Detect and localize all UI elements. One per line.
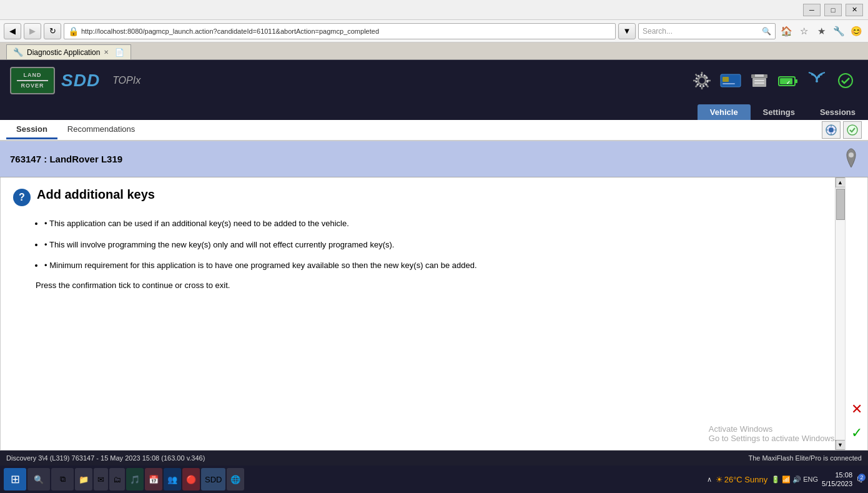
refresh-button[interactable]: ↻ [44,23,61,39]
printer-icon[interactable] [747,68,772,93]
content-title: Add additional keys [37,187,155,202]
user-icon[interactable]: 😊 [848,23,864,39]
content-bullets: This application can be used if an addit… [44,217,822,272]
nav-tab-vehicle[interactable]: Vehicle [698,104,751,120]
sub-nav: Session Recommendations [0,120,868,141]
sub-nav-tabs: Session Recommendations [6,121,145,139]
taskbar-browser[interactable]: 🌐 [227,468,244,491]
content-title-row: ? Add additional keys [13,187,822,206]
forward-button[interactable]: ▶ [24,23,41,39]
taskbar-sdd[interactable]: SDD [201,468,225,491]
taskbar-clock[interactable]: 15:08 5/15/2023 [822,471,852,489]
volume-indicator: 🔊 [792,476,801,484]
sub-nav-icon-2[interactable] [843,121,862,139]
status-bar-left: Discovery 3\4 (L319) 763147 - 15 May 202… [6,454,205,462]
taskbar-task-view-button[interactable]: ⧉ [51,468,74,491]
main-content-panel: ? Add additional keys This application c… [0,177,868,451]
home-icon[interactable]: 🏠 [778,23,794,39]
sub-nav-tab-session[interactable]: Session [6,121,57,139]
tools-icon[interactable]: 🔧 [831,23,847,39]
bullet-item-2: This will involve programming the new ke… [44,239,822,251]
minimize-button[interactable]: ─ [803,4,821,16]
network-indicator: 📶 [782,476,791,484]
browser-tab[interactable]: 🔧 Diagnostic Application ✕ 📄 [6,44,131,59]
battery-icon[interactable]: ✓ [776,68,801,93]
vehicle-header: 763147 : LandRover L319 [0,141,868,177]
notification-button[interactable]: 🗨 2 [856,475,864,484]
signal-icon[interactable] [804,68,829,93]
back-button[interactable]: ◀ [4,23,21,39]
svg-point-17 [829,127,834,132]
taskbar-indicators: 🔋 📶 🔊 ENG [771,476,818,484]
browser-titlebar: ─ □ ✕ [0,0,868,20]
press-confirmation-text: Press the confirmation tick to continue … [36,281,822,290]
header-right-icons: ✓ [689,68,858,93]
taskbar-folder[interactable]: 🗂 [109,468,125,491]
right-actions: ✕ ✓ [845,177,867,450]
sub-nav-icon-1[interactable] [822,121,841,139]
question-icon: ? [13,189,31,206]
svg-point-0 [698,77,706,84]
settings-gear-icon[interactable] [689,68,714,93]
svg-point-22 [847,125,857,135]
taskbar-mail[interactable]: ✉ [94,468,108,491]
sdd-logo: SDD [61,71,100,91]
start-button[interactable]: ⊞ [4,468,26,491]
sub-nav-tab-recommendations[interactable]: Recommendations [57,121,145,139]
app-nav: Vehicle Settings Sessions [0,101,868,120]
taskbar-system-tray: ∧ [707,476,712,484]
language-indicator: ENG [803,476,818,483]
bullet-item-1: This application can be used if an addit… [44,217,822,230]
svg-point-15 [839,74,852,87]
search-box[interactable]: Search... 🔍 [638,23,776,39]
scrollbar: ▲ ▼ [835,177,845,450]
svg-rect-3 [723,77,729,82]
dropdown-button[interactable]: ▼ [618,23,636,39]
taskbar-calendar[interactable]: 📅 [145,468,162,491]
activate-windows-overlay: Activate Windows Go to Settings to activ… [709,424,835,443]
svg-point-23 [849,152,854,157]
weather-widget: ☀ 26°C Sunny [716,475,768,484]
check-complete-icon[interactable] [833,68,858,93]
svg-rect-8 [754,82,764,84]
vehicle-header-text: 763147 : LandRover L319 [10,154,122,164]
bullet-item-3: Minimum requirement for this application… [44,259,822,272]
address-bar[interactable]: 🔒 http://localhost:8080/pagmcp_launch.ac… [64,23,616,39]
scrollbar-up-button[interactable]: ▲ [836,177,846,187]
taskbar-search-button[interactable]: 🔍 [27,468,50,491]
status-bar: Discovery 3\4 (L319) 763147 - 15 May 202… [0,451,868,466]
svg-rect-4 [723,83,735,84]
taskbar: ⊞ 🔍 ⧉ 📁 ✉ 🗂 🎵 📅 👥 🔴 SDD 🌐 ∧ ☀ 26°C Sunny… [0,466,868,493]
tray-chevron[interactable]: ∧ [707,476,712,484]
vehicle-header-icon [844,146,858,172]
browser-tabbar: 🔧 Diagnostic Application ✕ 📄 [0,42,868,60]
content-body: ? Add additional keys This application c… [1,177,835,450]
tab-close-icon[interactable]: ✕ [104,49,109,56]
browser-addressbar: ◀ ▶ ↻ 🔒 http://localhost:8080/pagmcp_lau… [0,20,868,42]
svg-rect-9 [755,74,764,77]
cancel-cross-button[interactable]: ✕ [847,400,866,419]
taskbar-teamviewer[interactable]: 👥 [164,468,181,491]
star-icon[interactable]: ☆ [796,23,812,39]
taskbar-spotify[interactable]: 🎵 [126,468,144,491]
taskbar-file-explorer[interactable]: 📁 [75,468,92,491]
taskbar-right: ∧ ☀ 26°C Sunny 🔋 📶 🔊 ENG 15:08 5/15/2023… [707,471,864,489]
topix-text: TOPIx [112,75,141,86]
nav-tab-settings[interactable]: Settings [751,104,807,120]
scrollbar-thumb[interactable] [836,189,845,220]
app-header: LAND ROVER SDD TOPIx [0,60,868,101]
close-button[interactable]: ✕ [846,4,863,16]
toolbar-icons: 🏠 ☆ ★ 🔧 😊 [778,23,864,39]
status-bar-right: The MaxiFlash Elite/Pro is connected [748,454,862,462]
scrollbar-down-button[interactable]: ▼ [836,440,846,450]
nav-tab-sessions[interactable]: Sessions [807,104,868,120]
confirm-check-button[interactable]: ✓ [847,424,866,442]
svg-rect-7 [754,80,764,81]
card-icon[interactable] [718,68,743,93]
favorites-icon[interactable]: ★ [813,23,829,39]
svg-rect-12 [795,79,797,83]
maximize-button[interactable]: □ [824,4,842,16]
content-wrapper: 763147 : LandRover L319 ? Add additional… [0,141,868,451]
battery-indicator: 🔋 [771,476,780,484]
taskbar-redapp[interactable]: 🔴 [182,468,200,491]
